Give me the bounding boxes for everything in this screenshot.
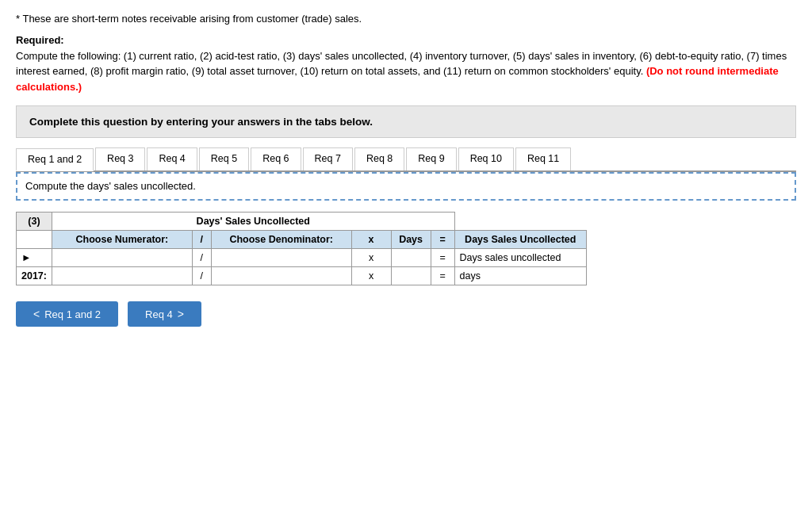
prev-button[interactable]: < Req 1 and 2 [16,301,118,327]
nav-buttons: < Req 1 and 2 Req 4 > [16,301,796,327]
eq-cell-2017: = [431,267,454,285]
next-chevron-icon: > [178,308,184,320]
days-header: Days [391,231,431,249]
no-round-text: (Do not round intermediate calculations.… [16,65,779,93]
numerator-input-1[interactable] [57,252,187,263]
arrow-cell-1: ► [17,249,52,267]
slash-cell-1: / [192,249,211,267]
numerator-header: Choose Numerator: [52,231,192,249]
days-input-cell-1[interactable] [391,249,431,267]
denominator-input-cell-2017[interactable] [211,267,351,285]
days-sales-table: (3) Days' Sales Uncollected Choose Numer… [16,212,587,285]
days-input-2017[interactable] [396,270,426,281]
denominator-input-cell-1[interactable] [211,249,351,267]
complete-box-text: Complete this question by entering your … [29,116,373,128]
days-input-cell-2017[interactable] [391,267,431,285]
tab-req4[interactable]: Req 4 [147,147,197,170]
denominator-input-2017[interactable] [216,270,347,281]
tab-req8[interactable]: Req 8 [354,147,404,170]
empty-header [17,231,52,249]
x-cell-2017: x [351,267,391,285]
tab-req5[interactable]: Req 5 [199,147,249,170]
table-row-2017: 2017: / x = days [17,267,587,285]
numerator-input-cell-2017[interactable] [52,267,192,285]
complete-box: Complete this question by entering your … [16,105,796,138]
tab-req6[interactable]: Req 6 [251,147,301,170]
table-row: ► / x = Days sales uncollected [17,249,587,267]
next-button[interactable]: Req 4 > [128,301,201,327]
intro-note: * These are short-term notes receivable … [16,13,796,25]
prev-chevron-icon: < [33,308,40,320]
next-button-label: Req 4 [145,308,173,320]
x-cell-1: x [351,249,391,267]
denominator-input-1[interactable] [216,252,347,263]
result-cell-2017: days [454,267,586,285]
tab-req3[interactable]: Req 3 [95,147,145,170]
denominator-header: Choose Denominator: [211,231,351,249]
slash-header: / [192,231,211,249]
eq-cell-1: = [431,249,454,267]
table-title-cell: Days' Sales Uncollected [52,213,454,231]
tab-req9[interactable]: Req 9 [406,147,456,170]
prev-button-label: Req 1 and 2 [44,308,101,320]
numerator-input-2017[interactable] [57,270,187,281]
result-cell-1: Days sales uncollected [454,249,586,267]
numerator-input-cell-1[interactable] [52,249,192,267]
result-header: Days Sales Uncollected [454,231,586,249]
tab-req10[interactable]: Req 10 [458,147,514,170]
tabs-row: Req 1 and 2 Req 3 Req 4 Req 5 Req 6 Req … [16,147,796,172]
days-sales-table-wrapper: (3) Days' Sales Uncollected Choose Numer… [16,212,796,285]
tab-req1and2[interactable]: Req 1 and 2 [16,148,94,171]
slash-cell-2017: / [192,267,211,285]
eq-header: = [431,231,454,249]
tab-content-area: Compute the days' sales uncollected. [16,172,796,201]
required-section: Required: Compute the following: (1) cur… [16,33,796,94]
required-label: Required: [16,34,64,46]
section-number-cell: (3) [17,213,52,231]
tab-content-text: Compute the days' sales uncollected. [25,180,196,192]
tab-req11[interactable]: Req 11 [515,147,571,170]
tab-req7[interactable]: Req 7 [303,147,353,170]
days-input-1[interactable] [396,252,426,263]
year-label-2017: 2017: [17,267,52,285]
required-text: Compute the following: (1) current ratio… [16,48,796,95]
x-header: x [351,231,391,249]
